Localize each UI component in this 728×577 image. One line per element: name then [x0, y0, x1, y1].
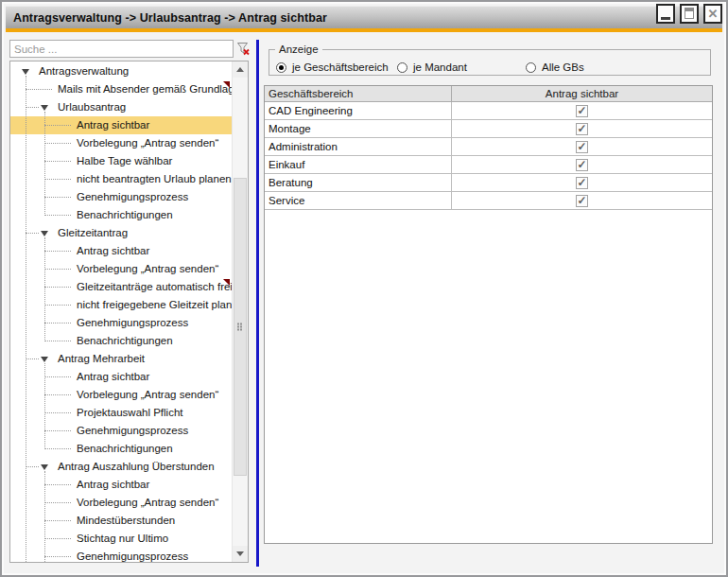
tree-connector	[44, 376, 71, 377]
radio-option[interactable]: je Mandant	[397, 61, 467, 73]
checkbox[interactable]: ✓	[576, 123, 588, 135]
tree-item-label: Antrag sichtbar	[77, 116, 149, 134]
tree-item-label: Vorbelegung „Antrag senden“	[77, 134, 218, 152]
tree-connector	[44, 341, 71, 341]
window-title: Antragsverwaltung -> Urlaubsantrag -> An…	[6, 11, 327, 25]
minimize-button[interactable]	[656, 4, 675, 24]
grid-rows: CAD Engineering ✓ Montage ✓ Administrati…	[265, 102, 712, 210]
radio-option[interactable]: je Geschäftsbereich	[276, 61, 389, 73]
tree-connector	[44, 323, 71, 323]
checkmark-icon: ✓	[577, 123, 586, 134]
tree-connector	[44, 430, 71, 431]
close-button[interactable]: ✕	[703, 4, 722, 24]
tree-item-label: Mails mit Absender gemäß Grundlagenei	[58, 80, 249, 98]
checkbox[interactable]: ✓	[576, 195, 588, 207]
checkmark-icon: ✓	[577, 195, 586, 206]
business-area-cell: Administration	[265, 138, 452, 155]
radio-option-label: je Geschäftsbereich	[292, 61, 389, 73]
tree-connector	[44, 412, 71, 413]
tree-connector	[44, 448, 71, 449]
checkbox[interactable]: ✓	[576, 177, 588, 189]
tree-guide-line	[26, 76, 26, 563]
scroll-down-button[interactable]	[233, 546, 248, 562]
tree-item-label: nicht freigegebene Gleitzeit planen	[77, 296, 244, 314]
tree-item-label: Benachrichtigungen	[77, 206, 173, 224]
tree-connector	[44, 520, 71, 521]
window-controls: ✕	[656, 4, 722, 24]
tree-guide-line	[44, 471, 45, 563]
tree-scrollbar[interactable]	[232, 61, 248, 562]
title-bar: Antragsverwaltung -> Urlaubsantrag -> An…	[6, 6, 722, 28]
minimize-icon	[661, 17, 670, 20]
radio-icon	[397, 62, 407, 73]
tree-connector	[44, 305, 71, 306]
radio-option-label: Alle GBs	[542, 61, 584, 73]
tree-item[interactable]: Mails mit Absender gemäß Grundlagenei	[10, 80, 232, 98]
tree-item[interactable]: Antragsverwaltung	[10, 62, 232, 80]
business-area-cell: Montage	[265, 120, 452, 137]
tree-item-label: Antragsverwaltung	[39, 62, 129, 80]
table-row[interactable]: Administration ✓	[265, 138, 712, 156]
tree-item-label: Genehmigungsprozess	[77, 548, 188, 563]
table-row[interactable]: Service ✓	[265, 192, 712, 210]
expand-collapse-icon[interactable]	[41, 357, 48, 362]
arrow-up-icon	[236, 67, 244, 72]
tree-item-label: Antrag sichtbar	[77, 368, 149, 386]
business-area-cell: Service	[265, 192, 452, 209]
table-row[interactable]: CAD Engineering ✓	[265, 102, 712, 120]
expand-collapse-icon[interactable]	[41, 231, 48, 236]
checkbox[interactable]: ✓	[576, 159, 588, 171]
tree-rows: Antragsverwaltung Mails mit Absender gem…	[10, 62, 232, 562]
tree-guide-line	[44, 112, 45, 216]
tree-connector	[44, 143, 71, 144]
checkmark-icon: ✓	[577, 141, 586, 152]
checkmark-icon: ✓	[577, 177, 586, 188]
table-row[interactable]: Einkauf ✓	[265, 156, 712, 174]
tree-item-label: Gleitzeitantrag	[58, 224, 128, 242]
tree-item-label: nicht beantragten Urlaub planen	[77, 170, 232, 188]
tree-item-label: Halbe Tage wählbar	[77, 152, 172, 170]
expand-collapse-icon[interactable]	[41, 105, 48, 111]
tree-item-label: Vorbelegung „Antrag senden“	[77, 260, 218, 278]
checkbox[interactable]: ✓	[576, 105, 588, 117]
tree-item-label: Genehmigungsprozess	[77, 422, 188, 440]
visible-cell: ✓	[452, 102, 712, 119]
tree-connector	[26, 233, 39, 234]
tree-connector	[44, 484, 71, 485]
checkbox[interactable]: ✓	[576, 141, 588, 153]
tree-connector	[26, 107, 39, 108]
business-area-grid: Geschäftsbereich Antrag sichtbar CAD Eng…	[264, 85, 713, 544]
display-mode-group: Anzeige je Geschäftsbereich je Mandant A…	[269, 44, 711, 76]
close-icon: ✕	[705, 6, 720, 22]
visible-cell: ✓	[452, 120, 712, 137]
visible-cell: ✓	[452, 156, 712, 173]
tree-item-label: Antrag Auszahlung Überstunden	[58, 458, 215, 476]
search-input[interactable]	[9, 40, 234, 58]
truncation-flag-icon	[223, 81, 230, 88]
tree-item-label: Antrag sichtbar	[77, 242, 149, 260]
navigation-tree: Antragsverwaltung Mails mit Absender gem…	[9, 61, 249, 563]
tree-connector	[44, 394, 71, 395]
tree-connector	[44, 502, 71, 503]
scroll-up-button[interactable]	[233, 61, 248, 78]
maximize-icon	[685, 8, 694, 19]
expand-collapse-icon[interactable]	[41, 464, 48, 470]
tree-item-label: Mindestüberstunden	[77, 512, 175, 530]
clear-filter-icon[interactable]	[236, 42, 251, 56]
tree-connector	[26, 466, 39, 467]
tree-guide-line	[44, 363, 45, 449]
expand-collapse-icon[interactable]	[22, 69, 29, 75]
tree-connector	[26, 89, 52, 90]
radio-option[interactable]: Alle GBs	[526, 61, 584, 73]
radio-option-label: je Mandant	[413, 61, 467, 73]
checkmark-icon: ✓	[577, 105, 586, 116]
business-area-cell: Einkauf	[265, 156, 452, 173]
table-row[interactable]: Beratung ✓	[265, 174, 712, 192]
tree-connector	[44, 269, 71, 270]
tree-item-label: Benachrichtigungen	[77, 440, 173, 458]
table-row[interactable]: Montage ✓	[265, 120, 712, 138]
maximize-button[interactable]	[680, 4, 699, 24]
scrollbar-thumb[interactable]	[234, 178, 247, 476]
tree-item-label: Antrag sichtbar	[77, 476, 149, 494]
checkmark-icon: ✓	[577, 159, 586, 170]
